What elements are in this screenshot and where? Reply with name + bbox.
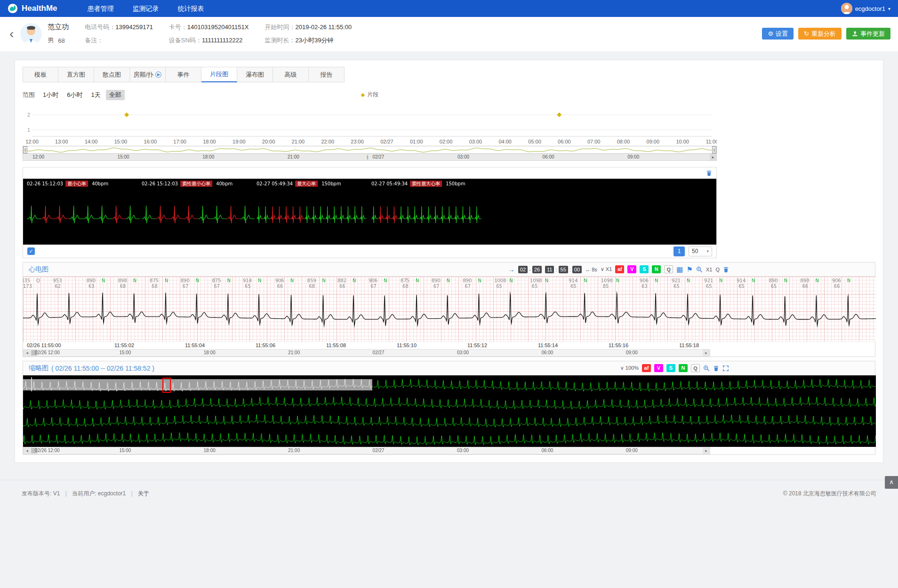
tab-1[interactable]: 模板 bbox=[23, 67, 58, 82]
user-menu[interactable]: ecgdoctor1 ▾ bbox=[841, 3, 890, 14]
q-label[interactable]: Q bbox=[715, 267, 720, 272]
sn-label: 设备SN码： bbox=[169, 36, 202, 45]
navigator-grip[interactable]: ∥ bbox=[366, 154, 369, 160]
user-avatar[interactable] bbox=[841, 3, 852, 14]
x1-label[interactable]: X1 bbox=[706, 267, 712, 272]
tab-7[interactable]: 瀑布图 bbox=[237, 67, 273, 82]
navigator-left-handle[interactable]: ∥ bbox=[23, 146, 27, 153]
date-part-2[interactable]: 26 bbox=[532, 266, 542, 273]
navigator-right-handle[interactable]: ∥ bbox=[712, 146, 716, 153]
svg-text:09:00: 09:00 bbox=[647, 139, 660, 144]
date-part-5[interactable]: 00 bbox=[572, 266, 582, 273]
nav-item-1[interactable]: 患者管理 bbox=[78, 0, 123, 17]
nav-menu: 患者管理监测记录统计报表 bbox=[78, 0, 214, 17]
thumb-delete-icon[interactable] bbox=[713, 365, 719, 371]
thumb-scroll-label-1: 02/26 12:00 bbox=[35, 447, 60, 454]
thumbnail-scrollbar[interactable]: ◂▸02/26 12:0015:0018:0021:0002/2703:0006… bbox=[23, 447, 710, 454]
jump-to-time-icon[interactable]: → bbox=[508, 265, 515, 273]
fragment-panel: ✓ 1 50▾ bbox=[23, 167, 717, 258]
card-label: 卡号： bbox=[169, 23, 187, 32]
date-part-1[interactable]: 02 bbox=[518, 266, 528, 273]
ecg-scroll-label-6: 03:00 bbox=[457, 350, 469, 356]
navigator-right-arrow[interactable]: ▸ bbox=[710, 154, 716, 160]
tab-8[interactable]: 高级 bbox=[273, 67, 309, 82]
page-number[interactable]: 1 bbox=[674, 246, 685, 256]
user-caret-icon[interactable]: ▾ bbox=[888, 6, 890, 11]
ecg-canvas[interactable] bbox=[23, 277, 876, 342]
date-part-3[interactable]: 11 bbox=[545, 266, 554, 273]
nav-item-3[interactable]: 统计报表 bbox=[168, 0, 214, 17]
tab-2[interactable]: 直方图 bbox=[58, 67, 94, 82]
tab-9[interactable]: 报告 bbox=[309, 67, 345, 82]
fragment-marker-2[interactable] bbox=[557, 112, 561, 117]
ecg-scroll-right-arrow[interactable]: ▸ bbox=[703, 350, 710, 356]
ecg-scroll-label-2: 15:00 bbox=[119, 350, 131, 356]
tab-6[interactable]: 片段图 bbox=[201, 67, 237, 82]
patient-header: ‹ 范立功 男 68 电话号码：13994259171 备注： 卡号：14010… bbox=[0, 17, 898, 51]
thumb-scroll-label-6: 03:00 bbox=[457, 447, 469, 454]
map-icon[interactable]: ▦ bbox=[676, 265, 683, 274]
ecg-scroll-label-1: 02/26 12:00 bbox=[35, 350, 60, 356]
back-button[interactable]: ‹ bbox=[9, 27, 14, 40]
fragment-timeline-chart[interactable]: 2112:0013:0014:0015:0016:0017:0018:0019:… bbox=[23, 103, 717, 146]
svg-text:20:00: 20:00 bbox=[262, 139, 275, 144]
range-option-1[interactable]: 1小时 bbox=[40, 90, 62, 100]
range-option-4[interactable]: 全部 bbox=[106, 90, 125, 100]
navigator-scrollbar[interactable]: 12:0015:0018:0021:0002/2703:0006:0009:00… bbox=[23, 154, 717, 161]
navigator-label-3: 18:00 bbox=[202, 154, 214, 160]
thumbnail-canvas[interactable] bbox=[23, 375, 876, 447]
ecg-scroll-left-arrow[interactable]: ◂ bbox=[24, 350, 31, 356]
zoom-level-select[interactable]: ∨ 100% bbox=[620, 365, 639, 371]
page-size-select[interactable]: 50▾ bbox=[689, 246, 712, 256]
nav-item-2[interactable]: 监测记录 bbox=[123, 0, 168, 17]
tab-3[interactable]: 散点图 bbox=[94, 67, 130, 82]
ecg-scroll-label-5: 02/27 bbox=[373, 350, 385, 356]
user-name[interactable]: ecgdoctor1 bbox=[855, 5, 885, 12]
brand[interactable]: HealthMe bbox=[8, 3, 57, 14]
beat-type-af[interactable]: af bbox=[615, 265, 624, 273]
navigator-wave[interactable] bbox=[27, 147, 713, 153]
thumb-scroll-right-arrow[interactable]: ▸ bbox=[703, 447, 710, 454]
beat-type-Q[interactable]: Q bbox=[664, 265, 673, 273]
fragment-marker-1[interactable] bbox=[124, 112, 129, 117]
diamond-icon: ◆ bbox=[361, 92, 365, 98]
beat-type-V[interactable]: V bbox=[627, 265, 636, 273]
flag-icon[interactable]: ⚑ bbox=[687, 265, 693, 274]
range-option-2[interactable]: 6小时 bbox=[64, 90, 86, 100]
scroll-top-button[interactable]: ∧ bbox=[885, 476, 898, 489]
date-part-4[interactable]: 55 bbox=[559, 266, 568, 273]
range-option-3[interactable]: 1天 bbox=[88, 90, 104, 100]
thumb-beat-type-N[interactable]: N bbox=[679, 364, 688, 372]
svg-text:08:00: 08:00 bbox=[617, 139, 630, 144]
svg-text:23:00: 23:00 bbox=[351, 139, 364, 144]
zoom-in-icon[interactable] bbox=[696, 266, 703, 273]
settings-button[interactable]: ⚙设置 bbox=[762, 28, 794, 40]
delete-ecg-icon[interactable] bbox=[723, 266, 729, 272]
reanalyze-button[interactable]: ↻重新分析 bbox=[798, 28, 842, 40]
thumb-beat-type-S[interactable]: S bbox=[666, 364, 675, 372]
select-all-checkbox[interactable]: ✓ bbox=[27, 247, 35, 255]
fullscreen-icon[interactable] bbox=[722, 365, 729, 372]
tab-5[interactable]: 事件 bbox=[166, 67, 201, 82]
fragment-strips-canvas[interactable] bbox=[23, 179, 716, 245]
thumb-beat-type-V[interactable]: V bbox=[654, 364, 663, 372]
gain-select[interactable]: ∨ X1 bbox=[601, 266, 612, 272]
thumb-zoom-icon[interactable] bbox=[703, 365, 710, 372]
about-link[interactable]: 关于 bbox=[138, 490, 149, 497]
event-update-button[interactable]: 事件更新 bbox=[846, 28, 890, 40]
navigator-label-7: 06:00 bbox=[543, 154, 554, 160]
svg-text:14:00: 14:00 bbox=[85, 139, 98, 144]
play-icon[interactable]: ▶ bbox=[155, 72, 161, 78]
page-footer: 发布版本号: V1 | 当前用户: ecgdoctor1 | 关于 © 2018… bbox=[0, 480, 898, 498]
ecg-scrollbar[interactable]: ◂▸02/26 12:0015:0018:0021:0002/2703:0006… bbox=[23, 349, 710, 357]
thumb-scroll-left-arrow[interactable]: ◂ bbox=[24, 447, 31, 454]
tab-4[interactable]: 房颤/扑▶ bbox=[130, 67, 166, 82]
beat-type-N[interactable]: N bbox=[652, 265, 661, 273]
timeline-navigator[interactable]: ∥ ∥ bbox=[23, 146, 717, 154]
navigator-label-8: 09:00 bbox=[627, 154, 639, 160]
delete-fragments-icon[interactable] bbox=[706, 170, 712, 176]
time-scale-control[interactable]: ↔ 8s bbox=[585, 267, 597, 272]
thumb-beat-type-Q[interactable]: Q bbox=[691, 364, 700, 372]
thumb-beat-type-af[interactable]: af bbox=[642, 364, 651, 372]
beat-type-S[interactable]: S bbox=[640, 265, 649, 273]
